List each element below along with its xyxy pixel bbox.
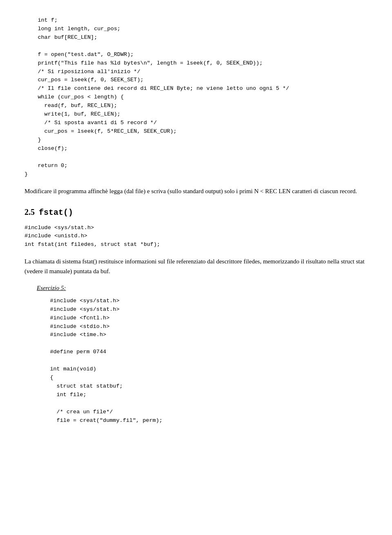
code-block-2: #include <sys/stat.h> #include <unistd.h… — [24, 224, 368, 250]
code-lines-1: int f; long int length, cur_pos; char bu… — [24, 16, 368, 179]
exercise-label: Esercizio 5: — [37, 283, 368, 293]
exercise-section: Esercizio 5: #include <sys/stat.h> #incl… — [37, 283, 368, 425]
code-lines-3: #include <sys/stat.h> #include <sys/stat… — [37, 297, 368, 425]
section-title: fstat() — [39, 207, 73, 219]
section-number: 2.5 — [24, 206, 35, 218]
section-2-5-heading: 2.5 fstat() — [24, 206, 368, 219]
code-lines-2: #include <sys/stat.h> #include <unistd.h… — [24, 224, 368, 250]
prose-paragraph-1: Modificare il programma affinchè legga (… — [24, 186, 368, 196]
prose-paragraph-2: La chiamata di sistema fstat() restituis… — [24, 256, 368, 276]
code-block-1: int f; long int length, cur_pos; char bu… — [24, 16, 368, 179]
